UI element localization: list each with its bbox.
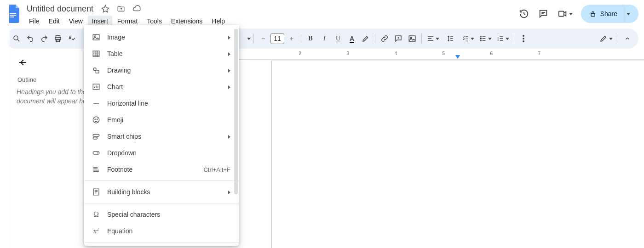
dropdown-icon bbox=[92, 148, 101, 158]
smartchips-icon bbox=[92, 132, 101, 141]
menu-edit[interactable]: Edit bbox=[45, 16, 64, 27]
svg-rect-1 bbox=[10, 15, 16, 16]
scrollbar-thumb[interactable] bbox=[234, 29, 238, 194]
numbered-list-button[interactable]: 123 bbox=[494, 32, 511, 45]
menu-shortcut: Ctrl+Alt+F bbox=[203, 166, 230, 173]
ruler-right-indent-marker[interactable] bbox=[455, 55, 460, 59]
menu-item-label: Building blocks bbox=[107, 188, 222, 196]
svg-rect-29 bbox=[93, 135, 99, 137]
more-button[interactable] bbox=[517, 32, 530, 45]
highlight-button[interactable] bbox=[359, 32, 372, 45]
menu-item-image[interactable]: Image bbox=[84, 29, 239, 45]
share-label: Share bbox=[600, 10, 617, 17]
menu-item-special-characters[interactable]: ΩSpecial characters bbox=[84, 206, 239, 223]
ruler-tick: 7 bbox=[538, 51, 541, 56]
menu-item-label: Drawing bbox=[107, 67, 222, 74]
cloud-status-icon[interactable] bbox=[131, 3, 142, 14]
chevron-right-icon bbox=[228, 50, 230, 57]
undo-button[interactable] bbox=[24, 32, 37, 45]
chevron-down-icon bbox=[569, 13, 573, 15]
svg-rect-3 bbox=[559, 11, 564, 17]
meet-icon[interactable] bbox=[556, 7, 575, 20]
svg-rect-9 bbox=[409, 36, 415, 41]
share-button[interactable]: Share bbox=[581, 5, 638, 23]
spellcheck-button[interactable] bbox=[65, 32, 78, 45]
menu-item-chart[interactable]: Chart bbox=[84, 79, 239, 95]
print-button[interactable] bbox=[52, 32, 64, 45]
menu-item-emoji[interactable]: Emoji bbox=[84, 112, 239, 128]
move-to-folder-icon[interactable] bbox=[115, 3, 126, 14]
search-icon[interactable] bbox=[10, 32, 23, 45]
svg-rect-20 bbox=[93, 34, 99, 40]
svg-text:3: 3 bbox=[497, 39, 499, 41]
svg-point-28 bbox=[97, 119, 98, 120]
menu-item-equation[interactable]: π2Equation bbox=[84, 223, 239, 239]
menu-item-label: Dropdown bbox=[107, 149, 230, 157]
svg-rect-22 bbox=[93, 51, 99, 56]
decrease-font-button[interactable]: − bbox=[257, 32, 270, 45]
svg-point-17 bbox=[523, 35, 524, 37]
align-button[interactable] bbox=[425, 32, 441, 45]
font-size-input[interactable]: 11 bbox=[270, 33, 284, 44]
text-color-button[interactable]: A bbox=[345, 32, 358, 45]
history-icon[interactable] bbox=[518, 7, 530, 20]
italic-button[interactable]: I bbox=[318, 32, 331, 45]
svg-rect-4 bbox=[591, 13, 595, 16]
emoji-icon bbox=[92, 115, 101, 124]
share-caret[interactable] bbox=[623, 5, 632, 23]
add-comment-button[interactable] bbox=[392, 32, 405, 45]
menu-item-label: Chart bbox=[107, 83, 222, 90]
increase-font-button[interactable]: + bbox=[285, 32, 298, 45]
outline-back-button[interactable] bbox=[17, 57, 28, 68]
svg-rect-24 bbox=[96, 70, 99, 73]
chart-icon bbox=[92, 82, 101, 91]
menu-item-label: Table bbox=[107, 50, 222, 57]
underline-button[interactable]: U bbox=[332, 32, 345, 45]
svg-point-18 bbox=[523, 38, 524, 39]
insert-image-button[interactable] bbox=[406, 32, 419, 45]
chevron-right-icon bbox=[228, 83, 230, 90]
menu-file[interactable]: File bbox=[25, 16, 44, 27]
menu-item-label: Image bbox=[107, 34, 222, 41]
svg-rect-2 bbox=[10, 17, 14, 17]
insert-menu-dropdown: ImageTableDrawingChartHorizontal lineEmo… bbox=[84, 25, 239, 246]
menu-item-label: Equation bbox=[107, 227, 230, 235]
menu-item-label: Footnote bbox=[107, 166, 197, 173]
svg-rect-30 bbox=[93, 137, 97, 140]
menu-item-footnote[interactable]: FootnoteCtrl+Alt+F bbox=[84, 161, 239, 178]
insert-link-button[interactable] bbox=[378, 32, 391, 45]
collapse-toolbar-button[interactable] bbox=[621, 32, 634, 45]
checklist-button[interactable] bbox=[460, 32, 476, 45]
menu-item-dropdown[interactable]: Dropdown bbox=[84, 145, 239, 161]
menu-item-building-blocks[interactable]: Building blocks bbox=[84, 184, 239, 200]
menu-item-table[interactable]: Table bbox=[84, 45, 239, 62]
menu-item-horizontal-line[interactable]: Horizontal line bbox=[84, 95, 239, 112]
footnote-icon bbox=[92, 165, 101, 174]
menu-item-label: Emoji bbox=[107, 116, 230, 124]
svg-point-19 bbox=[523, 40, 524, 42]
line-spacing-button[interactable] bbox=[442, 32, 459, 45]
bold-button[interactable]: B bbox=[304, 32, 317, 45]
editing-mode-button[interactable] bbox=[597, 32, 615, 45]
bulleted-list-button[interactable] bbox=[477, 32, 494, 45]
menu-divider bbox=[84, 242, 239, 242]
chevron-right-icon bbox=[228, 188, 230, 196]
equation-icon: π2 bbox=[92, 226, 101, 236]
svg-rect-0 bbox=[10, 13, 16, 14]
document-title[interactable]: Untitled document bbox=[25, 3, 95, 15]
ruler-tick: 4 bbox=[395, 51, 397, 56]
omega-icon: Ω bbox=[92, 210, 101, 219]
svg-point-12 bbox=[480, 38, 481, 39]
ruler-tick: 3 bbox=[347, 51, 350, 56]
chevron-down-icon[interactable] bbox=[247, 38, 251, 40]
hline-icon bbox=[92, 99, 101, 108]
menu-view[interactable]: View bbox=[65, 16, 87, 27]
page[interactable] bbox=[271, 61, 644, 248]
menu-item-smart-chips[interactable]: Smart chips bbox=[84, 128, 239, 145]
star-icon[interactable] bbox=[100, 3, 111, 14]
menu-item-drawing[interactable]: Drawing bbox=[84, 62, 239, 79]
comments-icon[interactable] bbox=[537, 7, 550, 20]
svg-rect-31 bbox=[93, 152, 99, 154]
svg-point-13 bbox=[480, 40, 481, 41]
redo-button[interactable] bbox=[38, 32, 51, 45]
